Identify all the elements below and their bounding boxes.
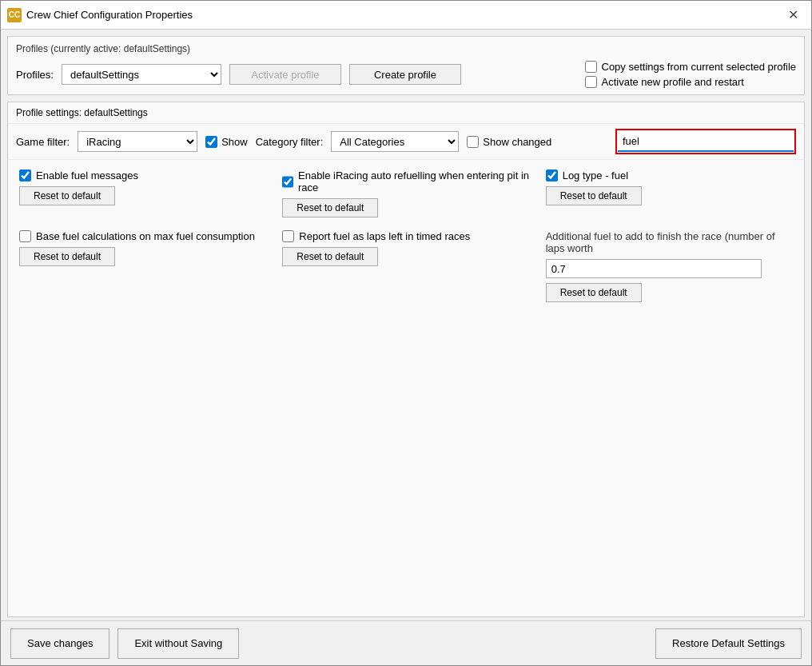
log-type-fuel-checkbox[interactable] — [546, 169, 558, 181]
setting-report-fuel-laps: Report fuel as laps left in timed races … — [282, 230, 529, 302]
restore-defaults-button[interactable]: Restore Default Settings — [655, 628, 802, 659]
profiles-section-label: Profiles (currently active: defaultSetti… — [16, 43, 796, 54]
log-type-fuel-label: Log type - fuel — [563, 169, 628, 181]
game-filter-select[interactable]: iRacing — [78, 131, 197, 152]
close-button[interactable]: ✕ — [781, 4, 805, 26]
report-fuel-laps-label: Report fuel as laps left in timed races — [299, 230, 470, 242]
settings-content: Enable fuel messages Reset to default En… — [8, 160, 804, 616]
category-filter-select[interactable]: All Categories — [331, 131, 459, 152]
show-checkbox[interactable] — [205, 136, 217, 148]
footer: Save changes Exit without Saving Restore… — [1, 620, 811, 665]
log-type-fuel-reset[interactable]: Reset to default — [546, 186, 642, 205]
profiles-row: Profiles: defaultSettings Activate profi… — [16, 61, 796, 88]
setting-log-type-fuel: Log type - fuel Reset to default — [546, 169, 793, 217]
window-title: Crew Chief Configuration Properties — [26, 9, 776, 21]
profile-settings-header: Profile settings: defaultSettings — [8, 102, 804, 124]
profile-settings-label: Profile settings: defaultSettings — [16, 107, 148, 118]
category-filter-label: Category filter: — [256, 136, 324, 148]
activate-new-row: Activate new profile and restart — [585, 76, 797, 88]
search-input-wrapper — [615, 129, 796, 154]
additional-fuel-input[interactable] — [546, 259, 762, 278]
setting-base-fuel-row: Base fuel calculations on max fuel consu… — [19, 230, 266, 242]
show-changed-row: Show changed — [467, 136, 551, 148]
setting-log-type-fuel-row: Log type - fuel — [546, 169, 793, 181]
additional-fuel-reset[interactable]: Reset to default — [546, 283, 642, 302]
enable-fuel-messages-reset[interactable]: Reset to default — [19, 186, 115, 205]
enable-iracing-refuelling-checkbox[interactable] — [282, 176, 293, 188]
enable-iracing-refuelling-reset[interactable]: Reset to default — [282, 198, 378, 217]
show-label: Show — [221, 136, 248, 148]
show-checkbox-row: Show — [205, 136, 248, 148]
settings-grid: Enable fuel messages Reset to default En… — [19, 169, 793, 302]
enable-iracing-refuelling-label: Enable iRacing auto refuelling when ente… — [298, 169, 530, 193]
report-fuel-laps-reset[interactable]: Reset to default — [282, 247, 378, 266]
game-filter-label: Game filter: — [16, 136, 70, 148]
base-fuel-calculations-label: Base fuel calculations on max fuel consu… — [36, 230, 255, 242]
filter-bar: Game filter: iRacing Show Category filte… — [8, 124, 804, 160]
setting-enable-fuel-messages: Enable fuel messages Reset to default — [19, 169, 266, 217]
copy-settings-checkbox[interactable] — [585, 61, 597, 73]
copy-settings-row: Copy settings from current selected prof… — [585, 61, 797, 73]
show-changed-checkbox[interactable] — [467, 136, 479, 148]
search-input[interactable] — [618, 131, 794, 152]
show-changed-label: Show changed — [483, 136, 551, 148]
content-area: Profiles (currently active: defaultSetti… — [1, 30, 811, 665]
title-bar: CC Crew Chief Configuration Properties ✕ — [1, 1, 811, 30]
setting-base-fuel-calculations: Base fuel calculations on max fuel consu… — [19, 230, 266, 302]
main-window: CC Crew Chief Configuration Properties ✕… — [0, 0, 812, 666]
base-fuel-calculations-checkbox[interactable] — [19, 230, 31, 242]
base-fuel-calculations-reset[interactable]: Reset to default — [19, 247, 115, 266]
app-icon: CC — [7, 8, 22, 22]
additional-fuel-label: Additional fuel to add to finish the rac… — [546, 230, 793, 254]
exit-without-saving-button[interactable]: Exit without Saving — [117, 628, 239, 659]
setting-additional-fuel: Additional fuel to add to finish the rac… — [546, 230, 793, 302]
setting-enable-fuel-messages-row: Enable fuel messages — [19, 169, 266, 181]
activate-new-label: Activate new profile and restart — [602, 76, 744, 88]
save-changes-button[interactable]: Save changes — [10, 628, 109, 659]
profiles-select[interactable]: defaultSettings — [62, 64, 221, 85]
report-fuel-laps-checkbox[interactable] — [282, 230, 294, 242]
setting-enable-iracing-refuelling: Enable iRacing auto refuelling when ente… — [282, 169, 529, 217]
profile-checkboxes: Copy settings from current selected prof… — [585, 61, 797, 88]
activate-profile-button[interactable]: Activate profile — [229, 64, 341, 85]
enable-fuel-messages-checkbox[interactable] — [19, 169, 31, 181]
profiles-section: Profiles (currently active: defaultSetti… — [7, 36, 805, 95]
setting-report-fuel-row: Report fuel as laps left in timed races — [282, 230, 529, 242]
enable-fuel-messages-label: Enable fuel messages — [36, 169, 138, 181]
setting-enable-iracing-row: Enable iRacing auto refuelling when ente… — [282, 169, 529, 193]
profiles-label: Profiles: — [16, 69, 54, 81]
profile-settings-section: Profile settings: defaultSettings Game f… — [7, 102, 805, 617]
activate-new-checkbox[interactable] — [585, 76, 597, 88]
copy-settings-label: Copy settings from current selected prof… — [602, 61, 797, 73]
create-profile-button[interactable]: Create profile — [349, 64, 461, 85]
